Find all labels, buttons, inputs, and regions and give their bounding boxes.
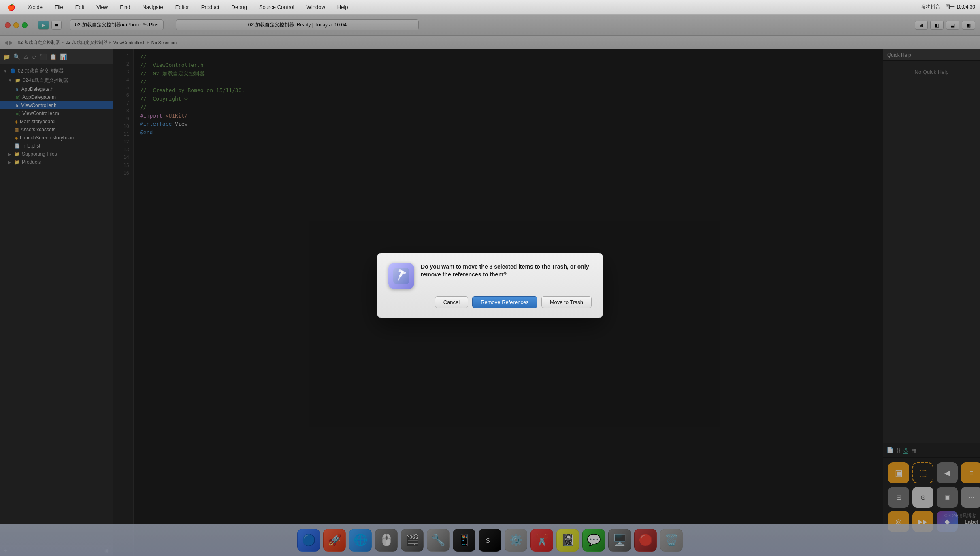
input-method-indicator: 搜狗拼音 — [921, 4, 940, 11]
dialog-xcode-icon — [388, 263, 414, 289]
menu-edit[interactable]: Edit — [73, 3, 87, 11]
menu-navigate[interactable]: Navigate — [140, 3, 165, 11]
menu-find[interactable]: Find — [117, 3, 132, 11]
menu-window[interactable]: Window — [304, 3, 328, 11]
menu-help[interactable]: Help — [335, 3, 351, 11]
clock: 周一 10:04:30 — [945, 4, 975, 11]
dialog-title: Do you want to move the 3 selected items… — [421, 263, 592, 279]
dialog-buttons: Cancel Remove References Move to Trash — [388, 296, 592, 308]
menu-source-control[interactable]: Source Control — [257, 3, 297, 11]
apple-menu[interactable]: 🍎 — [5, 2, 18, 12]
dialog-content: Do you want to move the 3 selected items… — [388, 263, 592, 289]
dialog-overlay: Do you want to move the 3 selected items… — [0, 15, 980, 556]
menu-file[interactable]: File — [52, 3, 66, 11]
cancel-button[interactable]: Cancel — [435, 296, 468, 308]
remove-references-button[interactable]: Remove References — [472, 296, 537, 308]
dialog-text: Do you want to move the 3 selected items… — [421, 263, 592, 280]
menu-view[interactable]: View — [94, 3, 110, 11]
menu-bar: 🍎 Xcode File Edit View Find Navigate Edi… — [0, 0, 980, 15]
xcode-window: ▶ ■ 02-加载自定义控制器 ▸ iPhone 6s Plus 02-加载自定… — [0, 15, 980, 556]
menu-debug[interactable]: Debug — [229, 3, 249, 11]
menu-product[interactable]: Product — [199, 3, 222, 11]
menu-xcode[interactable]: Xcode — [25, 3, 45, 11]
menu-editor[interactable]: Editor — [173, 3, 192, 11]
menu-bar-right: 搜狗拼音 周一 10:04:30 — [921, 4, 975, 11]
delete-confirm-dialog: Do you want to move the 3 selected items… — [377, 253, 603, 318]
xcode-app-icon — [388, 263, 414, 289]
move-to-trash-button[interactable]: Move to Trash — [541, 296, 592, 308]
